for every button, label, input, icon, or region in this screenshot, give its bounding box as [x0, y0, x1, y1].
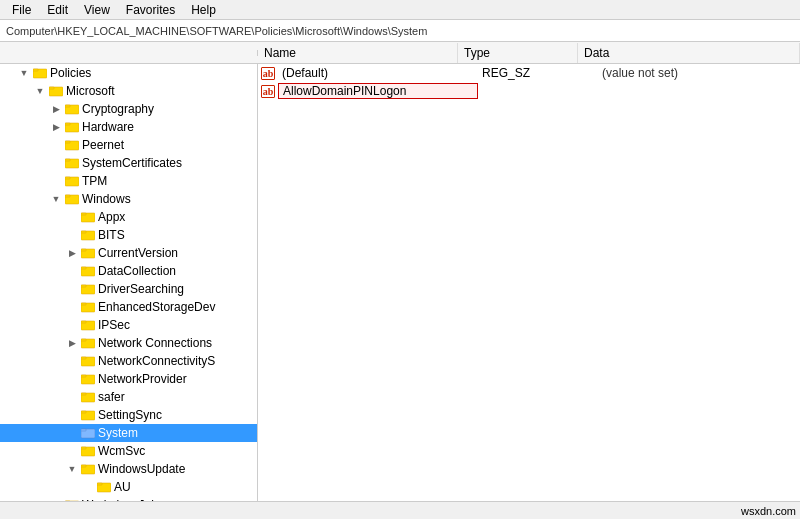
registry-row-default[interactable]: ab (Default) REG_SZ (value not set) [258, 64, 800, 82]
expand-windows[interactable]: ▼ [48, 191, 64, 207]
folder-icon-au [96, 480, 112, 494]
expand-microsoft[interactable]: ▼ [32, 83, 48, 99]
menu-favorites[interactable]: Favorites [118, 1, 183, 19]
reg-icon-default: ab [258, 64, 278, 82]
tree-label-au: AU [114, 480, 131, 494]
svg-rect-5 [65, 105, 70, 107]
tree-label-policies: Policies [50, 66, 91, 80]
menu-view[interactable]: View [76, 1, 118, 19]
tree-item-microsoft[interactable]: ▼ Microsoft [0, 82, 257, 100]
tree-item-system[interactable]: ▶ System [0, 424, 257, 442]
expand-currentversion[interactable]: ▶ [64, 245, 80, 261]
folder-icon-wcmsvc [80, 444, 96, 458]
tree-label-hardware: Hardware [82, 120, 134, 134]
right-panel[interactable]: ab (Default) REG_SZ (value not set) ab A… [258, 64, 800, 501]
tree-label-windows: Windows [82, 192, 131, 206]
svg-rect-43 [81, 447, 86, 449]
expand-networkconnections[interactable]: ▶ [64, 335, 80, 351]
svg-rect-1 [33, 69, 38, 71]
tree-label-datacollection: DataCollection [98, 264, 176, 278]
svg-rect-25 [81, 285, 86, 287]
tree-item-ipsec[interactable]: ▶ IPSec [0, 316, 257, 334]
tree-label-safer: safer [98, 390, 125, 404]
folder-icon-workplacejoin [64, 498, 80, 501]
reg-type-default: REG_SZ [478, 66, 598, 80]
reg-name-allowdomainpinlogon: AllowDomainPINLogon [278, 83, 478, 99]
folder-icon-windows [64, 192, 80, 206]
tree-item-windowsupdate[interactable]: ▼ WindowsUpdate [0, 460, 257, 478]
tree-label-bits: BITS [98, 228, 125, 242]
folder-icon-currentversion [80, 246, 96, 260]
svg-rect-35 [81, 375, 86, 377]
svg-rect-7 [65, 123, 70, 125]
tree-item-wcmsvc[interactable]: ▶ WcmSvc [0, 442, 257, 460]
expand-cryptography[interactable]: ▶ [48, 101, 64, 117]
tree-item-networkconnectivitys[interactable]: ▶ NetworkConnectivityS [0, 352, 257, 370]
tree-item-bits[interactable]: ▶ BITS [0, 226, 257, 244]
svg-rect-27 [81, 303, 86, 305]
folder-icon-datacollection [80, 264, 96, 278]
tree-label-ipsec: IPSec [98, 318, 130, 332]
tree-label-peernet: Peernet [82, 138, 124, 152]
folder-icon-networkprovider [80, 372, 96, 386]
menu-file[interactable]: File [4, 1, 39, 19]
svg-rect-9 [65, 141, 70, 143]
expand-hardware[interactable]: ▶ [48, 119, 64, 135]
tree-item-appx[interactable]: ▶ Appx [0, 208, 257, 226]
folder-icon-driversearching [80, 282, 96, 296]
folder-icon-safer [80, 390, 96, 404]
folder-icon-settingsync [80, 408, 96, 422]
folder-icon-ipsec [80, 318, 96, 332]
folder-icon-tpm [64, 174, 80, 188]
tree-label-systemcertificates: SystemCertificates [82, 156, 182, 170]
folder-icon-system [80, 426, 96, 440]
folder-icon-peernet [64, 138, 80, 152]
main-layout: ▼ Policies ▼ Microsoft ▶ Cryp [0, 64, 800, 501]
folder-icon-microsoft [48, 84, 64, 98]
address-path: Computer\HKEY_LOCAL_MACHINE\SOFTWARE\Pol… [6, 25, 427, 37]
tree-item-tpm[interactable]: ▶ TPM [0, 172, 257, 190]
tree-item-workplacejoin[interactable]: ▶ WorkplaceJoin [0, 496, 257, 501]
tree-item-windows[interactable]: ▼ Windows [0, 190, 257, 208]
tree-item-safer[interactable]: ▶ safer [0, 388, 257, 406]
expand-policies[interactable]: ▼ [16, 65, 32, 81]
column-headers: Name Type Data [0, 42, 800, 64]
tree-panel[interactable]: ▼ Policies ▼ Microsoft ▶ Cryp [0, 64, 258, 501]
tree-item-networkconnections[interactable]: ▶ Network Connections [0, 334, 257, 352]
svg-rect-3 [49, 87, 54, 89]
svg-rect-33 [81, 357, 86, 359]
svg-rect-39 [81, 411, 86, 413]
tree-item-driversearching[interactable]: ▶ DriverSearching [0, 280, 257, 298]
tree-label-networkconnectivitys: NetworkConnectivityS [98, 354, 215, 368]
folder-icon-enhancedstorage [80, 300, 96, 314]
col-header-tree [0, 50, 258, 56]
tree-item-currentversion[interactable]: ▶ CurrentVersion [0, 244, 257, 262]
tree-item-datacollection[interactable]: ▶ DataCollection [0, 262, 257, 280]
tree-scroll-container: ▼ Policies ▼ Microsoft ▶ Cryp [0, 64, 257, 501]
col-header-name: Name [258, 43, 458, 63]
menu-help[interactable]: Help [183, 1, 224, 19]
tree-label-settingsync: SettingSync [98, 408, 162, 422]
tree-item-enhancedstorage[interactable]: ▶ EnhancedStorageDev [0, 298, 257, 316]
tree-item-au[interactable]: ▶ AU [0, 478, 257, 496]
expand-windowsupdate[interactable]: ▼ [64, 461, 80, 477]
tree-item-hardware[interactable]: ▶ Hardware [0, 118, 257, 136]
svg-rect-11 [65, 159, 70, 161]
svg-rect-17 [81, 213, 86, 215]
tree-label-workplacejoin: WorkplaceJoin [82, 498, 160, 501]
tree-label-windowsupdate: WindowsUpdate [98, 462, 185, 476]
svg-rect-41 [81, 429, 86, 431]
svg-rect-31 [81, 339, 86, 341]
tree-item-cryptography[interactable]: ▶ Cryptography [0, 100, 257, 118]
tree-item-networkprovider[interactable]: ▶ NetworkProvider [0, 370, 257, 388]
folder-icon-systemcertificates [64, 156, 80, 170]
tree-label-cryptography: Cryptography [82, 102, 154, 116]
tree-item-peernet[interactable]: ▶ Peernet [0, 136, 257, 154]
menu-edit[interactable]: Edit [39, 1, 76, 19]
svg-rect-13 [65, 177, 70, 179]
tree-item-policies[interactable]: ▼ Policies [0, 64, 257, 82]
tree-item-systemcertificates[interactable]: ▶ SystemCertificates [0, 154, 257, 172]
tree-item-settingsync[interactable]: ▶ SettingSync [0, 406, 257, 424]
registry-row-allowdomainpinlogon[interactable]: ab AllowDomainPINLogon [258, 82, 800, 100]
tree-label-system: System [98, 426, 138, 440]
